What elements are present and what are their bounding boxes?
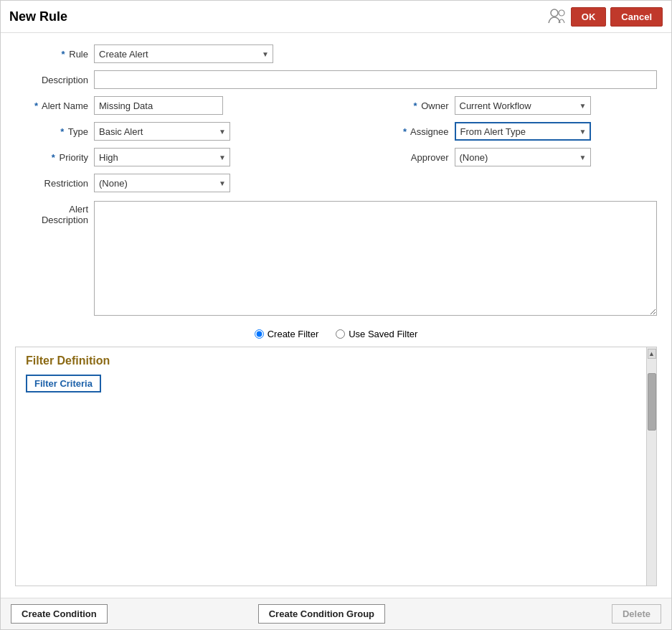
owner-label: * Owner	[376, 100, 455, 111]
svg-point-1	[559, 10, 564, 16]
type-label: * Type	[15, 126, 94, 137]
page-container: New Rule OK Cancel * Rule	[0, 0, 672, 630]
alert-description-input[interactable]	[94, 201, 657, 316]
assignee-select[interactable]: From Alert Type	[455, 122, 591, 141]
user-icon[interactable]	[546, 6, 567, 27]
priority-row: * Priority High	[15, 148, 297, 166]
filter-definition-title: Filter Definition	[26, 354, 643, 367]
alert-name-label: * Alert Name	[15, 100, 94, 111]
owner-row: * Owner Current Workflow	[376, 96, 658, 115]
priority-label: * Priority	[15, 152, 94, 163]
alert-name-input[interactable]	[94, 96, 223, 115]
use-saved-filter-radio[interactable]	[336, 329, 345, 339]
description-label: Description	[15, 75, 94, 85]
form-area: * Rule Create Alert Description *	[1, 33, 671, 598]
owner-select-wrapper: Current Workflow	[455, 96, 591, 115]
filter-criteria-box[interactable]: Filter Criteria	[26, 375, 101, 392]
right-col: * Owner Current Workflow * Assignee	[318, 96, 658, 192]
use-saved-filter-radio-label[interactable]: Use Saved Filter	[336, 329, 417, 339]
create-condition-button[interactable]: Create Condition	[11, 604, 108, 624]
create-filter-radio[interactable]	[255, 329, 264, 339]
rule-required-star: *	[62, 49, 65, 60]
filter-section: Filter Definition Filter Criteria ▲	[15, 347, 657, 586]
alert-name-row: * Alert Name	[15, 96, 297, 115]
approver-label: Approver	[376, 152, 455, 163]
header-actions: OK Cancel	[546, 6, 663, 27]
ok-button[interactable]: OK	[571, 7, 607, 27]
assignee-select-wrapper: From Alert Type	[455, 122, 591, 141]
approver-row: Approver (None)	[376, 148, 658, 166]
create-condition-group-button[interactable]: Create Condition Group	[258, 604, 385, 624]
create-filter-radio-label[interactable]: Create Filter	[255, 329, 319, 339]
approver-select-wrapper: (None)	[455, 148, 591, 166]
owner-select[interactable]: Current Workflow	[455, 96, 591, 115]
rule-select[interactable]: Create Alert	[94, 44, 273, 63]
header: New Rule OK Cancel	[1, 1, 671, 33]
bottom-buttons: Create Condition Create Condition Group …	[1, 598, 671, 629]
assignee-row: * Assignee From Alert Type	[376, 122, 658, 141]
restriction-label: Restriction	[15, 178, 94, 189]
type-select[interactable]: Basic Alert	[94, 122, 230, 141]
scrollbar-up-arrow[interactable]: ▲	[648, 349, 656, 359]
cancel-button[interactable]: Cancel	[610, 7, 663, 27]
priority-select[interactable]: High	[94, 148, 230, 166]
restriction-row: Restriction (None)	[15, 174, 297, 192]
filter-radio-row: Create Filter Use Saved Filter	[15, 329, 657, 339]
rule-label: * Rule	[15, 49, 94, 60]
two-col-section: * Alert Name * Type Basic Alert	[15, 96, 657, 192]
delete-button: Delete	[612, 604, 661, 624]
page-title: New Rule	[9, 9, 67, 24]
alert-description-row: Alert Description	[15, 201, 657, 316]
filter-section-inner: Filter Definition Filter Criteria	[16, 347, 656, 400]
alert-description-label: Alert Description	[15, 201, 94, 225]
restriction-select-wrapper: (None)	[94, 174, 230, 192]
type-row: * Type Basic Alert	[15, 122, 297, 141]
description-row: Description	[15, 70, 657, 89]
left-col: * Alert Name * Type Basic Alert	[15, 96, 297, 192]
scrollbar: ▲	[646, 347, 656, 586]
rule-select-wrapper: Create Alert	[94, 44, 273, 63]
rule-row: * Rule Create Alert	[15, 44, 657, 63]
restriction-select[interactable]: (None)	[94, 174, 230, 192]
priority-select-wrapper: High	[94, 148, 230, 166]
scrollbar-thumb[interactable]	[648, 373, 656, 431]
assignee-label: * Assignee	[376, 126, 455, 137]
svg-point-0	[551, 9, 558, 17]
approver-select[interactable]: (None)	[455, 148, 591, 166]
description-input[interactable]	[94, 70, 657, 89]
type-select-wrapper: Basic Alert	[94, 122, 230, 141]
